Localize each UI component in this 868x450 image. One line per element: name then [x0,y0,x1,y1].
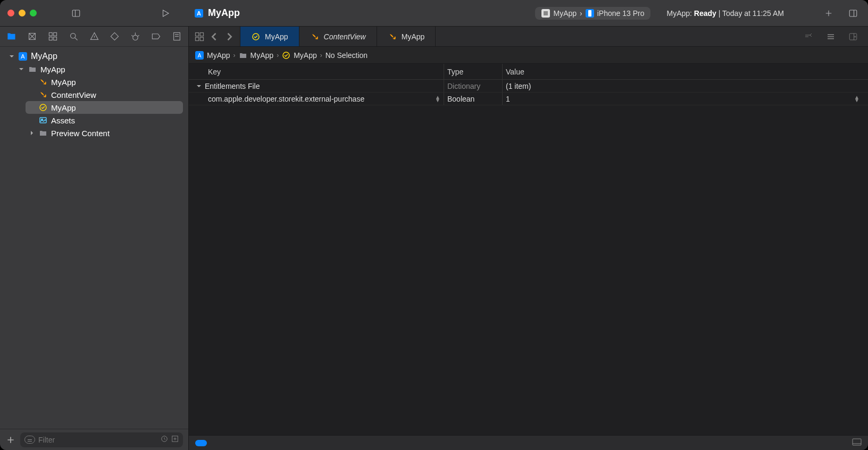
plist-value[interactable]: 1 [506,95,510,103]
tree-item-folder[interactable]: Preview Content [26,127,183,139]
add-editor-icon[interactable] [846,29,861,44]
swift-icon [310,32,320,41]
plist-type[interactable]: Dictionary [444,80,503,92]
scheme-device: iPhone 13 Pro [597,9,645,18]
svg-point-19 [70,34,75,38]
tree-group[interactable]: MyApp [15,63,183,76]
svg-rect-7 [588,10,591,16]
tab-entitlements[interactable]: MyApp [240,27,299,46]
chevron-down-icon[interactable] [18,66,24,72]
report-navigator-tab[interactable] [172,31,182,42]
navigator-sidebar: A MyApp MyApp MyApp ContentView [0,27,189,450]
add-file-button[interactable] [5,435,16,445]
filter-icon: ⚌ [24,436,35,444]
recent-icon[interactable] [161,435,168,444]
tree-item-assets[interactable]: Assets [26,114,183,127]
chevron-right-icon: › [233,52,236,59]
svg-text:A: A [21,53,25,60]
tab-myapp-swift[interactable]: MyApp [377,27,436,46]
folder-icon [239,51,247,60]
swift-icon [388,32,397,41]
plist-key[interactable]: com.apple.developer.storekit.external-pu… [208,95,364,103]
svg-line-20 [74,38,77,40]
jump-bar[interactable]: A MyApp › MyApp › MyApp › No Selection [189,47,868,64]
tree-root[interactable]: A MyApp [5,50,183,63]
chevron-down-icon[interactable] [195,84,203,89]
window-close-button[interactable] [7,10,14,16]
filter-field[interactable]: ⚌ [20,432,183,447]
plist-row[interactable]: Entitlements File Dictionary (1 item) [189,80,868,93]
crumb-item[interactable]: MyApp [294,51,317,60]
toggle-review-icon[interactable] [801,29,816,44]
tree-item-swift[interactable]: MyApp [26,76,183,88]
status-pill[interactable] [195,440,207,446]
svg-rect-55 [853,439,861,445]
col-key[interactable]: Key [189,64,444,79]
tree-item-swift[interactable]: ContentView [26,88,183,101]
editor-tabbar: MyApp ContentView MyApp [189,27,868,47]
toggle-inspector-icon[interactable] [846,6,861,21]
window-zoom-button[interactable] [30,10,37,16]
tree-item-label: ContentView [51,90,96,99]
crumb-item[interactable]: MyApp [207,51,230,60]
svg-rect-16 [53,32,56,36]
tab-label: MyApp [265,32,288,41]
svg-line-25 [132,35,133,36]
svg-line-24 [138,35,139,36]
source-control-navigator-tab[interactable] [27,31,37,42]
folder-icon [28,64,37,74]
svg-text:A: A [197,10,201,16]
col-value[interactable]: Value [503,64,868,79]
add-button[interactable] [821,6,836,21]
svg-rect-10 [849,10,857,16]
crumb-item-no-selection[interactable]: No Selection [326,51,368,60]
chevron-down-icon[interactable] [9,54,15,59]
scm-icon[interactable] [171,435,179,444]
debug-navigator-tab[interactable] [130,31,140,42]
plist-value[interactable]: (1 item) [503,80,868,92]
scheme-selector[interactable]: MyApp › iPhone 13 Pro [535,7,650,20]
issue-navigator-tab[interactable] [89,31,99,42]
run-button[interactable] [158,6,173,21]
window-minimize-button[interactable] [19,10,26,16]
filter-input[interactable] [38,436,157,444]
folder-icon [38,128,48,138]
editor-options-icon[interactable] [823,29,838,44]
svg-rect-40 [196,32,199,36]
symbol-navigator-tab[interactable] [48,31,58,42]
plist-row[interactable]: com.apple.developer.storekit.external-pu… [189,93,868,105]
nav-forward-icon[interactable] [224,31,235,42]
editor-bottombar [189,435,868,450]
canvas-toggle-icon[interactable] [852,438,862,448]
svg-rect-17 [49,37,52,40]
stepper-icon[interactable]: ▲▼ [854,96,859,102]
tree-item-entitlements[interactable]: MyApp [26,101,183,114]
plist-type[interactable]: Boolean [444,93,503,105]
related-items-icon[interactable] [194,31,205,42]
nav-back-icon[interactable] [209,31,220,42]
find-navigator-tab[interactable] [69,31,79,42]
tree-item-label: MyApp [51,78,76,87]
breakpoint-navigator-tab[interactable] [151,31,161,42]
chevron-right-icon: › [320,52,322,59]
entitlements-icon [38,103,48,112]
project-title: MyApp [208,7,240,19]
chevron-right-icon: › [277,52,279,59]
tree-group-label: MyApp [40,65,65,74]
scheme-chevron: › [580,9,582,18]
plist-editor: Key Type Value Entitlements File Diction… [189,64,868,450]
tab-label: ContentView [324,32,366,41]
chevron-right-icon[interactable] [29,130,35,136]
toggle-sidebar-icon[interactable] [69,6,84,21]
project-navigator-tab[interactable] [6,31,16,42]
entitlements-icon [251,32,261,41]
col-type[interactable]: Type [444,64,503,79]
test-navigator-tab[interactable] [110,31,120,42]
project-app-icon: A [194,9,204,18]
crumb-item[interactable]: MyApp [251,51,274,60]
stepper-icon[interactable]: ▲▼ [435,96,440,102]
project-icon: A [195,51,204,60]
tab-contentview[interactable]: ContentView [299,27,377,46]
plist-key[interactable]: Entitlements File [205,82,260,90]
plist-header-row: Key Type Value [189,64,868,80]
